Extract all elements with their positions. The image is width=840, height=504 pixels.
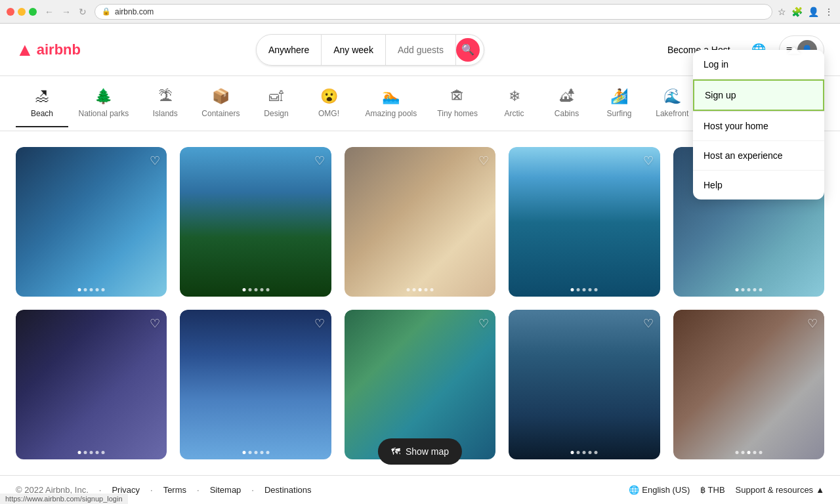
category-cabins[interactable]: 🏕 Cabins — [541, 80, 593, 127]
browser-chrome: ← → ↻ 🔒 airbnb.com ☆ 🧩 👤 ⋮ — [0, 0, 840, 24]
listing-card[interactable]: ♡ Nongprue, Thailand ★4.74 Pattaya Beach… — [180, 310, 331, 459]
image-dots — [242, 451, 269, 454]
login-button[interactable]: Log in — [693, 50, 824, 79]
host-experience-button[interactable]: Host an experience — [693, 141, 824, 171]
listing-card[interactable]: ♡ อำเภอ บางละมุง, Thailand ★4.72 Pattaya… — [345, 310, 495, 459]
host-your-home-button[interactable]: Host your home — [693, 112, 824, 141]
listing-card[interactable]: ♡ Muang Pattaya, Thailand ★4.84 Pattaya … — [509, 310, 660, 459]
category-beach[interactable]: 🏖 Beach — [16, 80, 68, 127]
wishlist-button[interactable]: ♡ — [314, 154, 325, 168]
search-icon: 🔍 — [461, 43, 474, 56]
category-tiny-homes[interactable]: 🏚 Tiny homes — [427, 80, 488, 127]
browser-window-controls — [7, 8, 37, 16]
category-design[interactable]: 🛋 Design — [250, 80, 303, 127]
category-label: Cabins — [555, 109, 579, 118]
help-button[interactable]: Help — [693, 171, 824, 200]
address-bar[interactable]: 🔒 airbnb.com — [94, 4, 772, 20]
currency-selector[interactable]: ฿ THB — [700, 485, 724, 495]
image-dots — [571, 288, 598, 291]
wishlist-button[interactable]: ♡ — [478, 316, 489, 331]
category-omg[interactable]: 😮 OMG! — [303, 80, 355, 127]
islands-icon: 🏝 — [158, 88, 173, 105]
dropdown-auth-section: Log in Sign up — [693, 50, 824, 112]
category-label: OMG! — [318, 109, 339, 118]
profile-icon[interactable]: 👤 — [808, 7, 819, 17]
category-containers[interactable]: 📦 Containers — [192, 80, 250, 127]
signup-button[interactable]: Sign up — [693, 79, 824, 111]
forward-button[interactable]: → — [59, 5, 74, 18]
listing-image: ♡ — [180, 310, 331, 459]
category-label: Surfing — [607, 109, 632, 118]
listing-card[interactable]: ♡ Muang Pattaya, Thailand ★ New Pattaya … — [16, 147, 167, 297]
image-dots — [78, 288, 105, 291]
globe-icon: 🌐 — [629, 485, 639, 495]
listing-card[interactable]: ♡ Muang Pattaya, Thailand ★4.92 Pattaya … — [16, 310, 167, 459]
arctic-icon: ❄ — [509, 88, 520, 105]
reload-button[interactable]: ↻ — [76, 5, 89, 18]
terms-link[interactable]: Terms — [163, 485, 186, 495]
dropdown-arrow — [788, 47, 801, 54]
minimize-window-button[interactable] — [18, 8, 26, 16]
listing-image: ♡ — [16, 310, 167, 459]
omg-icon: 😮 — [320, 88, 338, 105]
maximize-window-button[interactable] — [29, 8, 37, 16]
anywhere-button[interactable]: Anywhere — [257, 35, 322, 65]
wishlist-button[interactable]: ♡ — [314, 316, 325, 331]
back-button[interactable]: ← — [42, 5, 56, 18]
footer-separator: · — [251, 485, 254, 495]
category-label: Beach — [31, 109, 53, 118]
listing-image: ♡ — [345, 310, 495, 459]
beach-icon: 🏖 — [35, 88, 49, 105]
close-window-button[interactable] — [7, 8, 14, 16]
amazing-pools-icon: 🏊 — [382, 88, 400, 105]
wishlist-button[interactable]: ♡ — [478, 154, 489, 168]
logo-text: airbnb — [37, 41, 81, 58]
category-label: Tiny homes — [437, 109, 478, 118]
airbnb-logo[interactable]: ▲ airbnb — [16, 39, 81, 60]
listing-image: ♡ — [509, 147, 660, 297]
category-amazing-pools[interactable]: 🏊 Amazing pools — [355, 80, 427, 127]
lakefront-icon: 🌊 — [663, 88, 681, 105]
support-resources-button[interactable]: Support & resources ▲ — [736, 485, 824, 495]
dropdown-host-section: Host your home Host an experience Help — [693, 112, 824, 200]
footer-separator: · — [197, 485, 200, 495]
bookmark-icon[interactable]: ☆ — [778, 7, 786, 17]
show-map-button[interactable]: 🗺 Show map — [378, 438, 462, 459]
listing-image: ♡ — [16, 147, 167, 297]
wishlist-button[interactable]: ♡ — [643, 316, 654, 331]
listing-card[interactable]: ♡ Muang Pattaya, Thailand ★4.93 Pattaya … — [673, 310, 824, 459]
listing-card[interactable]: ♡ Muang Pattaya, Thailand ★4.89 Pattaya … — [180, 147, 331, 297]
category-national-parks[interactable]: 🌲 National parks — [68, 80, 139, 127]
category-lakefront[interactable]: 🌊 Lakefront — [646, 80, 699, 127]
listing-card[interactable]: ♡ Muang Pattaya, Thailand ★4.75 Pattaya … — [509, 147, 660, 297]
language-selector[interactable]: 🌐 English (US) — [629, 485, 690, 495]
category-label: Design — [264, 109, 288, 118]
category-label: Islands — [153, 109, 178, 118]
category-surfing[interactable]: 🏄 Surfing — [593, 80, 646, 127]
sitemap-link[interactable]: Sitemap — [210, 485, 242, 495]
add-guests-button[interactable]: Add guests — [386, 35, 456, 65]
image-dots — [735, 288, 762, 291]
search-submit-button[interactable]: 🔍 — [456, 38, 480, 62]
design-icon: 🛋 — [269, 88, 284, 105]
listing-image: ♡ — [180, 147, 331, 297]
tiny-homes-icon: 🏚 — [450, 88, 465, 105]
footer-separator: · — [150, 485, 153, 495]
security-icon: 🔒 — [102, 7, 111, 16]
more-options-icon[interactable]: ⋮ — [824, 7, 833, 17]
category-islands[interactable]: 🏝 Islands — [139, 80, 192, 127]
browser-navigation: ← → ↻ — [42, 5, 89, 18]
wishlist-button[interactable]: ♡ — [150, 316, 160, 331]
destinations-link[interactable]: Destinations — [264, 485, 312, 495]
chevron-up-icon: ▲ — [816, 485, 824, 495]
listing-card[interactable]: ♡ Muang Pattaya, Thailand ★4.77 Pattaya … — [345, 147, 495, 297]
wishlist-button[interactable]: ♡ — [807, 316, 818, 331]
category-arctic[interactable]: ❄ Arctic — [488, 80, 541, 127]
any-week-button[interactable]: Any week — [322, 35, 386, 65]
wishlist-button[interactable]: ♡ — [150, 154, 160, 168]
cabins-icon: 🏕 — [560, 88, 574, 105]
currency-text: ฿ THB — [700, 485, 724, 495]
url-text: airbnb.com — [115, 7, 154, 16]
extensions-icon[interactable]: 🧩 — [791, 7, 803, 17]
wishlist-button[interactable]: ♡ — [643, 154, 654, 168]
